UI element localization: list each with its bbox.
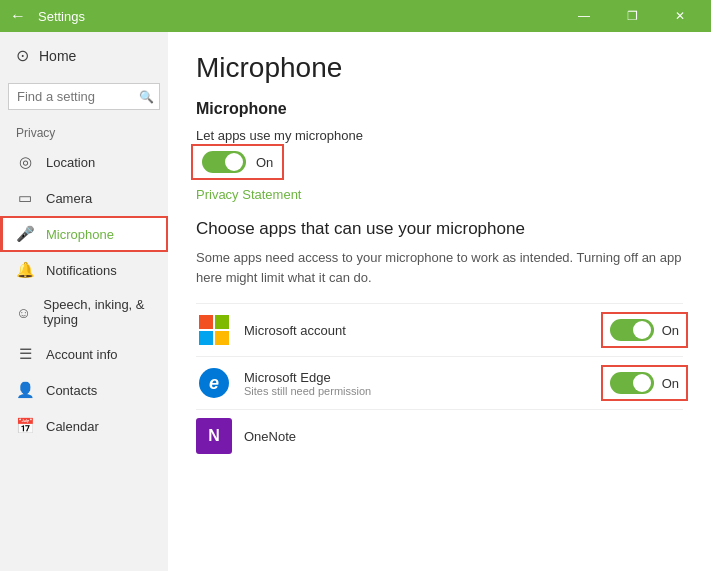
- sidebar-search-container: 🔍: [8, 83, 160, 110]
- sidebar-item-microphone[interactable]: 🎤 Microphone: [0, 216, 168, 252]
- microsoft-account-icon: [196, 312, 232, 348]
- calendar-icon: 📅: [16, 417, 34, 435]
- sidebar-home-label: Home: [39, 48, 76, 64]
- sidebar-item-speech-label: Speech, inking, & typing: [43, 297, 152, 327]
- toggle-state-edge: On: [662, 376, 679, 391]
- maximize-button[interactable]: ❐: [609, 0, 655, 32]
- app-row-microsoft-account: Microsoft account On: [196, 303, 683, 356]
- titlebar-title: Settings: [38, 9, 561, 24]
- toggle-state-ms: On: [662, 323, 679, 338]
- back-button[interactable]: ←: [8, 7, 28, 25]
- close-button[interactable]: ✕: [657, 0, 703, 32]
- contacts-icon: 👤: [16, 381, 34, 399]
- apps-description: Some apps need access to your microphone…: [196, 248, 683, 287]
- sidebar-item-notifications-label: Notifications: [46, 263, 117, 278]
- microphone-toggle[interactable]: [202, 151, 246, 173]
- content-area: Microphone Microphone Let apps use my mi…: [168, 32, 711, 571]
- sidebar-item-location-label: Location: [46, 155, 95, 170]
- app-toggle-microsoft-edge: On: [606, 370, 683, 396]
- toggle-knob-edge: [633, 374, 651, 392]
- app-name-microsoft-account: Microsoft account: [244, 323, 606, 338]
- sidebar-item-microphone-label: Microphone: [46, 227, 114, 242]
- search-input[interactable]: [8, 83, 160, 110]
- section-title: Microphone: [196, 100, 683, 118]
- sidebar-section-privacy: Privacy: [0, 118, 168, 144]
- app-name-microsoft-edge: Microsoft Edge: [244, 370, 606, 385]
- privacy-statement-link[interactable]: Privacy Statement: [196, 187, 302, 202]
- sidebar-item-camera-label: Camera: [46, 191, 92, 206]
- toggle-knob-ms: [633, 321, 651, 339]
- minimize-button[interactable]: —: [561, 0, 607, 32]
- location-icon: ◎: [16, 153, 34, 171]
- app-name-onenote: OneNote: [244, 429, 683, 444]
- app-sub-microsoft-edge: Sites still need permission: [244, 385, 606, 397]
- speech-icon: ☺: [16, 304, 31, 321]
- search-icon: 🔍: [139, 90, 154, 104]
- camera-icon: ▭: [16, 189, 34, 207]
- sidebar-item-calendar[interactable]: 📅 Calendar: [0, 408, 168, 444]
- notifications-icon: 🔔: [16, 261, 34, 279]
- microsoft-edge-icon: e: [196, 365, 232, 401]
- sidebar-item-speech[interactable]: ☺ Speech, inking, & typing: [0, 288, 168, 336]
- sidebar-item-notifications[interactable]: 🔔 Notifications: [0, 252, 168, 288]
- app-toggle-microsoft-account: On: [606, 317, 683, 343]
- sidebar-item-account[interactable]: ☰ Account info: [0, 336, 168, 372]
- sidebar: ⊙ Home 🔍 Privacy ◎ Location ▭ Camera 🎤 M…: [0, 32, 168, 571]
- sidebar-item-account-label: Account info: [46, 347, 118, 362]
- sidebar-item-camera[interactable]: ▭ Camera: [0, 180, 168, 216]
- app-info-microsoft-account: Microsoft account: [244, 323, 606, 338]
- onenote-icon: N: [196, 418, 232, 454]
- main-layout: ⊙ Home 🔍 Privacy ◎ Location ▭ Camera 🎤 M…: [0, 32, 711, 571]
- toggle-label: Let apps use my microphone: [196, 128, 683, 143]
- toggle-state-label: On: [256, 155, 273, 170]
- home-icon: ⊙: [16, 46, 29, 65]
- sidebar-item-calendar-label: Calendar: [46, 419, 99, 434]
- apps-section-title: Choose apps that can use your microphone: [196, 218, 683, 240]
- toggle-knob: [225, 153, 243, 171]
- sidebar-item-contacts-label: Contacts: [46, 383, 97, 398]
- sidebar-home[interactable]: ⊙ Home: [0, 32, 168, 79]
- edge-logo: e: [199, 368, 229, 398]
- page-title: Microphone: [196, 52, 683, 84]
- app-row-microsoft-edge: e Microsoft Edge Sites still need permis…: [196, 356, 683, 409]
- sidebar-item-location[interactable]: ◎ Location: [0, 144, 168, 180]
- toggle-microsoft-edge[interactable]: [610, 372, 654, 394]
- microphone-icon: 🎤: [16, 225, 34, 243]
- account-icon: ☰: [16, 345, 34, 363]
- app-info-microsoft-edge: Microsoft Edge Sites still need permissi…: [244, 370, 606, 397]
- app-row-onenote: N OneNote: [196, 409, 683, 462]
- sidebar-item-contacts[interactable]: 👤 Contacts: [0, 372, 168, 408]
- titlebar: ← Settings — ❐ ✕: [0, 0, 711, 32]
- window-controls: — ❐ ✕: [561, 0, 703, 32]
- toggle-microsoft-account[interactable]: [610, 319, 654, 341]
- app-info-onenote: OneNote: [244, 429, 683, 444]
- main-toggle-row: On: [196, 149, 279, 175]
